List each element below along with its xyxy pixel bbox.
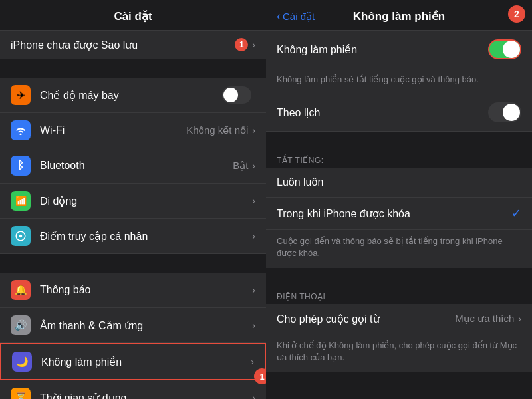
dien-thoai-header: ĐIỆN THOẠI: [266, 287, 532, 304]
tat-tieng-section: TẮT TIẾNG: Luôn luôn Trong khi iPhone đư…: [266, 150, 532, 267]
back-chevron-icon: ‹: [277, 9, 281, 23]
cho-phep-chevron: ›: [518, 313, 521, 324]
cho-phep-label: Cho phép cuộc gọi từ: [277, 313, 455, 325]
hotspot-icon: [11, 226, 31, 246]
settings-list: iPhone chưa được Sao lưu 1 › ✈ Chế độ má…: [0, 31, 266, 399]
wifi-item[interactable]: Wi-Fi Không kết nối ›: [0, 113, 266, 148]
screen-time-icon: ⏳: [11, 388, 31, 399]
right-panel: ‹ Cài đặt Không làm phiền 2 Không làm ph…: [266, 0, 532, 399]
cho-phep-item[interactable]: Cho phép cuộc gọi từ Mục ưa thích ›: [266, 304, 532, 334]
group1: ✈ Chế độ máy bay Wi-Fi Không kết nối: [0, 78, 266, 254]
bluetooth-item[interactable]: ᛒ Bluetooth Bật ›: [0, 148, 266, 184]
svg-point-0: [19, 235, 23, 238]
gap-2: [266, 268, 532, 287]
separator-2: [0, 254, 266, 273]
wifi-icon: [11, 120, 31, 140]
notification-chevron: ›: [252, 285, 255, 295]
hotspot-item[interactable]: Điểm truy cập cá nhân ›: [0, 219, 266, 254]
sound-icon: 🔊: [11, 315, 31, 335]
screen-time-label: Thời gian sử dụng: [40, 392, 127, 400]
right-header: ‹ Cài đặt Không làm phiền 2: [266, 0, 532, 31]
left-header: Cài đặt: [0, 0, 266, 31]
group2: 🔔 Thông báo › 🔊 Âm thanh & Cảm ứng › 🌙 K…: [0, 273, 266, 399]
airplane-mode-item[interactable]: ✈ Chế độ máy bay: [0, 78, 266, 113]
main-toggle-label: Không làm phiền: [277, 43, 488, 56]
chevron-icon: ›: [252, 39, 255, 50]
mobile-chevron: ›: [252, 196, 255, 206]
khi-khoa-item[interactable]: Trong khi iPhone được khóa ✓: [266, 198, 532, 230]
dien-thoai-group: Cho phép cuộc gọi từ Mục ưa thích › Khi …: [266, 304, 532, 372]
hotspot-label: Điểm truy cập cá nhân: [40, 230, 148, 243]
sound-item[interactable]: 🔊 Âm thanh & Cảm ứng ›: [0, 308, 266, 343]
dien-thoai-section: ĐIỆN THOẠI Cho phép cuộc gọi từ Mục ưa t…: [266, 287, 532, 372]
main-toggle-section: Không làm phiền Không làm phiền sẽ tắt t…: [266, 31, 532, 94]
cho-phep-value: Mục ưa thích: [455, 313, 514, 325]
dnd-chevron: ›: [251, 356, 254, 367]
luon-luon-label: Luôn luôn: [277, 176, 521, 188]
wifi-chevron: ›: [252, 125, 255, 136]
schedule-label: Theo lịch: [277, 106, 488, 119]
notification-icon: 🔔: [11, 280, 31, 300]
schedule-toggle[interactable]: [488, 102, 521, 122]
wifi-value: Không kết nối: [186, 124, 248, 136]
airplane-toggle[interactable]: [222, 86, 251, 104]
airplane-icon: ✈: [11, 85, 31, 105]
step1-badge: 1: [254, 368, 266, 384]
right-content: Không làm phiền Không làm phiền sẽ tắt t…: [266, 31, 532, 399]
schedule-item[interactable]: Theo lịch: [266, 94, 532, 132]
gap-1: [266, 132, 532, 150]
main-toggle-desc: Không làm phiền sẽ tắt tiếng cuộc gọi và…: [266, 68, 532, 94]
sound-chevron: ›: [252, 320, 255, 331]
tat-tieng-group: Luôn luôn Trong khi iPhone được khóa ✓ C…: [266, 168, 532, 267]
step2-badge: 2: [508, 5, 525, 23]
bluetooth-label: Bluetooth: [40, 160, 85, 172]
wifi-label: Wi-Fi: [40, 124, 65, 136]
screen-time-chevron: ›: [252, 392, 255, 399]
separator-1: [0, 59, 266, 78]
tat-tieng-header: TẮT TIẾNG:: [266, 150, 532, 168]
dnd-icon: 🌙: [12, 352, 32, 372]
bluetooth-icon: ᛒ: [11, 156, 31, 176]
bluetooth-value: Bật: [233, 160, 248, 172]
iphone-backup-label: iPhone chưa được Sao lưu: [11, 39, 138, 51]
back-button[interactable]: ‹ Cài đặt: [277, 9, 315, 23]
do-not-disturb-item[interactable]: 🌙 Không làm phiền › 1: [0, 343, 266, 380]
dnd-toggle[interactable]: [488, 39, 521, 59]
dnd-label: Không làm phiền: [41, 356, 122, 368]
bluetooth-chevron: ›: [252, 160, 255, 171]
back-label: Cài đặt: [283, 11, 315, 23]
right-title: Không làm phiền: [353, 9, 445, 23]
mobile-icon: 📶: [11, 191, 31, 211]
screen-time-item[interactable]: ⏳ Thời gian sử dụng ›: [0, 380, 266, 399]
notification-item[interactable]: 🔔 Thông báo ›: [0, 273, 266, 308]
main-toggle-item[interactable]: Không làm phiền: [266, 31, 532, 68]
luon-luon-item[interactable]: Luôn luôn: [266, 168, 532, 198]
notification-label: Thông báo: [40, 284, 91, 296]
hotspot-chevron: ›: [252, 231, 255, 241]
iphone-backup-item[interactable]: iPhone chưa được Sao lưu 1 ›: [0, 31, 266, 59]
mobile-data-item[interactable]: 📶 Di động ›: [0, 184, 266, 219]
schedule-section: Theo lịch: [266, 94, 532, 132]
sound-label: Âm thanh & Cảm ứng: [40, 319, 143, 332]
cho-phep-desc: Khi ở chế độ Không làm phiền, cho phép c…: [266, 334, 532, 372]
mobile-label: Di động: [40, 195, 77, 207]
checkmark-icon: ✓: [511, 206, 521, 221]
airplane-label: Chế độ máy bay: [40, 89, 119, 102]
backup-badge: 1: [235, 38, 248, 51]
khi-khoa-label: Trong khi iPhone được khóa: [277, 207, 511, 220]
khi-khoa-desc: Cuộc gọi đến và thông báo sẽ bị tắt tiến…: [266, 230, 532, 267]
left-panel: Cài đặt iPhone chưa được Sao lưu 1 › ✈ C…: [0, 0, 266, 399]
